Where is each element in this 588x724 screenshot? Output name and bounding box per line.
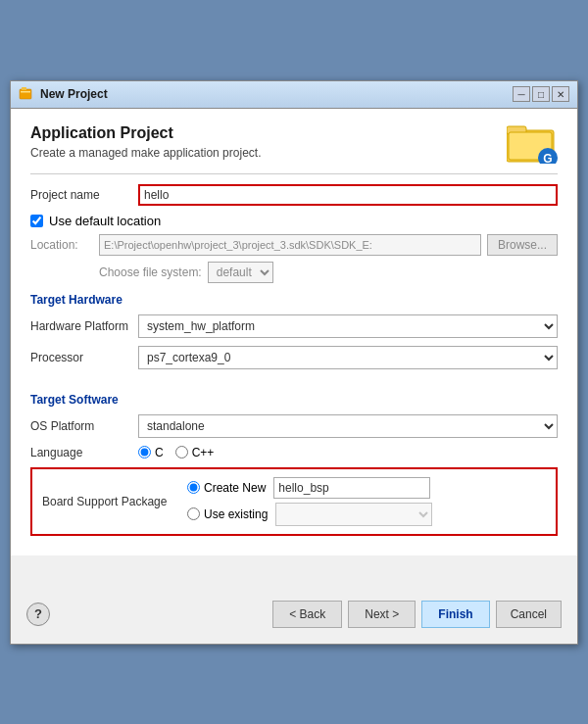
filesystem-row: Choose file system: default	[30, 262, 558, 283]
project-name-label: Project name	[30, 188, 138, 202]
language-cpp-radio[interactable]	[175, 446, 188, 459]
processor-select-wrapper: ps7_cortexa9_0	[138, 346, 558, 369]
bsp-section: Board Support Package Create New Use exi…	[30, 467, 558, 536]
bsp-create-new-label: Create New	[204, 481, 266, 495]
language-radio-group: C C++	[138, 446, 214, 459]
use-default-location-row: Use default location	[30, 214, 558, 228]
header-divider	[30, 173, 558, 174]
title-bar-left: New Project	[19, 86, 108, 102]
bsp-use-existing-row: Use existing	[187, 503, 432, 526]
svg-rect-2	[21, 91, 30, 93]
svg-rect-0	[20, 89, 31, 99]
bsp-existing-select-wrapper	[275, 503, 432, 526]
language-row: Language C C++	[30, 446, 558, 459]
os-platform-select[interactable]: standalone	[138, 414, 558, 438]
window-icon	[19, 86, 34, 102]
os-platform-select-wrapper: standalone	[138, 414, 558, 438]
button-row: ? < Back Next > Finish Cancel	[26, 593, 562, 632]
location-label: Location:	[30, 238, 99, 252]
processor-label: Processor	[30, 351, 138, 364]
svg-text:G: G	[543, 152, 552, 164]
browse-button[interactable]: Browse...	[487, 234, 558, 256]
maximize-button[interactable]: □	[532, 86, 550, 102]
page-header-text: Application Project Create a managed mak…	[30, 124, 261, 160]
svg-rect-1	[22, 87, 26, 90]
use-default-location-checkbox[interactable]	[30, 215, 43, 227]
bsp-existing-select[interactable]	[275, 503, 432, 526]
title-bar: New Project ─ □ ✕	[11, 81, 577, 109]
minimize-button[interactable]: ─	[513, 86, 530, 102]
hw-platform-row: Hardware Platform system_hw_platform	[30, 314, 558, 338]
page-subtitle: Create a managed make application projec…	[30, 146, 261, 160]
bsp-name-input[interactable]	[273, 477, 430, 499]
page-title: Application Project	[30, 124, 261, 142]
bsp-inner: Board Support Package Create New Use exi…	[42, 477, 546, 526]
finish-button[interactable]: Finish	[421, 601, 489, 628]
location-row: Location: Browse...	[30, 234, 558, 256]
processor-select[interactable]: ps7_cortexa9_0	[138, 346, 558, 369]
use-default-location-label: Use default location	[49, 214, 161, 228]
help-button[interactable]: ?	[26, 603, 50, 626]
next-button[interactable]: Next >	[348, 601, 416, 628]
location-input[interactable]	[99, 234, 481, 256]
close-button[interactable]: ✕	[552, 86, 569, 102]
filesystem-label: Choose file system:	[99, 265, 202, 279]
bsp-create-new-option[interactable]: Create New	[187, 481, 266, 495]
bottom-area: ? < Back Next > Finish Cancel	[11, 555, 577, 644]
dialog-window: New Project ─ □ ✕ Application Project Cr…	[10, 80, 578, 645]
os-platform-label: OS Platform	[30, 419, 138, 433]
hw-platform-label: Hardware Platform	[30, 319, 138, 333]
bsp-use-existing-radio[interactable]	[187, 507, 200, 520]
project-name-input[interactable]	[138, 184, 558, 206]
bsp-create-new-row: Create New	[187, 477, 432, 499]
language-cpp-option[interactable]: C++	[175, 446, 215, 459]
back-button[interactable]: < Back	[272, 601, 342, 628]
bsp-label: Board Support Package	[42, 495, 179, 508]
language-label: Language	[30, 446, 138, 459]
filesystem-select[interactable]: default	[208, 262, 273, 283]
language-c-label: C	[155, 446, 164, 459]
cancel-button[interactable]: Cancel	[496, 601, 562, 628]
language-cpp-label: C++	[192, 446, 215, 459]
bsp-use-existing-option[interactable]: Use existing	[187, 507, 268, 521]
main-content: Application Project Create a managed mak…	[11, 109, 577, 555]
target-hardware-header: Target Hardware	[30, 293, 558, 307]
bsp-create-new-radio[interactable]	[187, 481, 200, 494]
window-title: New Project	[40, 87, 108, 101]
language-c-radio[interactable]	[138, 446, 151, 459]
folder-icon: G	[507, 121, 558, 164]
project-name-row: Project name	[30, 184, 558, 206]
language-c-option[interactable]: C	[138, 446, 164, 459]
title-buttons: ─ □ ✕	[513, 86, 569, 102]
os-platform-row: OS Platform standalone	[30, 414, 558, 438]
target-software-header: Target Software	[30, 393, 558, 407]
spacer	[26, 563, 562, 593]
page-header: Application Project Create a managed mak…	[30, 124, 558, 164]
hw-platform-select-wrapper: system_hw_platform	[138, 314, 558, 338]
bsp-use-existing-label: Use existing	[204, 507, 268, 521]
hw-platform-select[interactable]: system_hw_platform	[138, 314, 558, 338]
processor-row: Processor ps7_cortexa9_0	[30, 346, 558, 369]
bsp-options: Create New Use existing	[187, 477, 432, 526]
